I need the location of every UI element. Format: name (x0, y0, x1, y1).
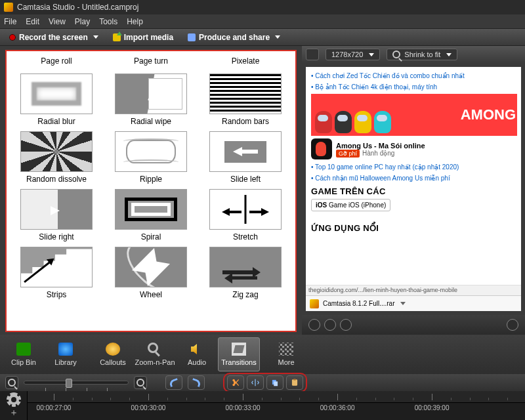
caret-down-icon (446, 53, 452, 56)
app-icon (311, 138, 332, 159)
transition-thumb (209, 189, 282, 230)
next-frame-button[interactable] (340, 319, 352, 331)
transition-item-ripple[interactable]: Ripple (106, 131, 196, 184)
copy-icon (270, 378, 280, 387)
right-panel: 1278x720 Shrink to fit Cách chơi Zed Tốc… (302, 46, 525, 335)
transition-thumb (115, 74, 187, 114)
transition-item-radial-blur[interactable]: Radial blur (12, 74, 101, 126)
preview-app-row: Among Us - Ma Sói online Gỡ phíHành động (311, 138, 517, 159)
tab-callouts[interactable]: Callouts (92, 337, 134, 371)
tab-label: Callouts (100, 358, 126, 366)
record-label: Record the screen (19, 33, 88, 42)
add-track-button[interactable]: ＋ (9, 408, 18, 417)
tab-audio[interactable]: Audio (176, 337, 218, 371)
transition-item-spiral[interactable]: Spiral (106, 189, 196, 242)
tab-label: More (278, 358, 294, 366)
import-icon (113, 33, 121, 41)
fullscreen-button[interactable] (507, 319, 518, 331)
copy-button[interactable] (266, 375, 284, 390)
produce-share-button[interactable]: Produce and share (184, 32, 284, 43)
paste-button[interactable] (286, 375, 303, 390)
timeline-controls: ＋ (0, 391, 28, 420)
menu-edit[interactable]: Edit (26, 17, 39, 26)
record-screen-button[interactable]: Record the screen (5, 32, 102, 43)
paste-icon (290, 378, 299, 387)
menu-file[interactable]: File (4, 17, 16, 26)
zoom-slider[interactable] (24, 381, 129, 385)
transition-item-zig-zag[interactable]: Zig zag (201, 247, 290, 299)
tab-label: Clip Bin (11, 358, 36, 366)
gear-icon[interactable] (9, 394, 19, 405)
transition-name: Zig zag (232, 290, 258, 299)
menu-play[interactable]: Play (75, 17, 90, 26)
preview-crop-button[interactable] (306, 49, 319, 60)
transition-item-radial-wipe[interactable]: Radial wipe (106, 74, 196, 126)
transitions-panel: Page roll Page turn Pixelate Radial blur… (5, 50, 297, 332)
zoom-in-button[interactable] (134, 376, 147, 389)
record-icon (9, 34, 16, 41)
transition-item-stretch[interactable]: Stretch (201, 189, 290, 242)
transition-item-strips[interactable]: Strips (12, 247, 101, 299)
preview-link: Cách nhận mũ Halloween Among Us miễn phí (311, 175, 517, 183)
undo-button[interactable] (165, 375, 182, 390)
app-badge: Gỡ phí (336, 150, 360, 158)
preview-fit-label: Shrink to fit (404, 51, 440, 58)
transition-name: Slide right (39, 232, 74, 242)
preview-dimensions-label: 1278x720 (331, 51, 363, 58)
transition-item-wheel[interactable]: Wheel (106, 247, 196, 299)
tab-more[interactable]: More (265, 337, 307, 371)
preview-playback-bar (302, 315, 525, 335)
split-button[interactable] (247, 375, 264, 390)
svg-rect-3 (293, 379, 296, 380)
transition-name: Strips (47, 290, 67, 299)
preview-fit-dropdown[interactable]: Shrink to fit (387, 49, 457, 60)
clip-bin-icon (16, 343, 31, 356)
tab-zoom-n-pan[interactable]: Zoom-n-Pan (134, 337, 176, 371)
main-toolbar: Record the screen Import media Produce a… (0, 29, 525, 46)
main-area: Page roll Page turn Pixelate Radial blur… (0, 46, 525, 335)
transitions-icon (232, 343, 246, 356)
preview-section-heading: GAME TRÊN CÁC (311, 186, 517, 196)
transition-header-label: Page roll (12, 54, 101, 68)
tab-label: Transitions (221, 358, 256, 366)
menu-tools[interactable]: Tools (99, 17, 117, 26)
tab-library[interactable]: Library (45, 337, 87, 371)
menu-view[interactable]: View (49, 17, 66, 26)
produce-icon (188, 33, 196, 41)
preview-canvas[interactable]: Cách chơi Zed Tốc Chiến đồ và combo chuẩ… (306, 67, 521, 311)
transition-item-random-dissolve[interactable]: Random dissolve (12, 131, 101, 184)
timeline-ruler-area[interactable]: 00:00:27:0000:00:30:0000:00:33:0000:00:3… (28, 391, 525, 420)
slider-thumb[interactable] (66, 379, 72, 388)
play-button[interactable] (324, 319, 336, 331)
transition-item-slide-right[interactable]: Slide right (12, 189, 101, 242)
tab-transitions[interactable]: Transitions (218, 337, 260, 371)
transition-thumb (20, 74, 93, 114)
tab-clip-bin[interactable]: Clip Bin (3, 337, 45, 371)
preview-section-heading: ỨNG DỤNG NỔI (311, 223, 517, 233)
timeline[interactable]: ＋ 00:00:27:0000:00:30:0000:00:33:0000:00… (0, 391, 525, 420)
preview-link: Bộ ảnh Tốc Chiến 4k điện thoại, máy tính (311, 83, 517, 92)
zoom-out-button[interactable] (5, 376, 18, 389)
transitions-scroll[interactable]: Page roll Page turn Pixelate Radial blur… (7, 51, 295, 331)
caret-down-icon (400, 302, 406, 305)
transition-thumb (209, 247, 282, 287)
menubar: File Edit View Play Tools Help (0, 14, 525, 29)
menu-help[interactable]: Help (127, 17, 143, 26)
import-media-button[interactable]: Import media (109, 32, 177, 43)
audio-icon (190, 343, 203, 356)
redo-button[interactable] (188, 375, 205, 390)
transition-thumb (209, 74, 282, 114)
transition-item-random-bars[interactable]: Random bars (201, 74, 290, 126)
transition-item-slide-left[interactable]: Slide left (201, 131, 290, 184)
preview-dimensions-dropdown[interactable]: 1278x720 (326, 49, 380, 60)
transition-name: Radial blur (37, 117, 75, 126)
cut-button[interactable] (227, 375, 244, 390)
preview-banner: AMONG (311, 94, 517, 136)
callouts-icon (106, 343, 120, 356)
search-icon (392, 51, 400, 58)
transition-name: Slide left (230, 175, 261, 184)
transition-name: Ripple (140, 175, 162, 184)
prev-frame-button[interactable] (308, 319, 320, 331)
caret-down-icon (275, 35, 280, 39)
transition-name: Stretch (233, 232, 258, 242)
